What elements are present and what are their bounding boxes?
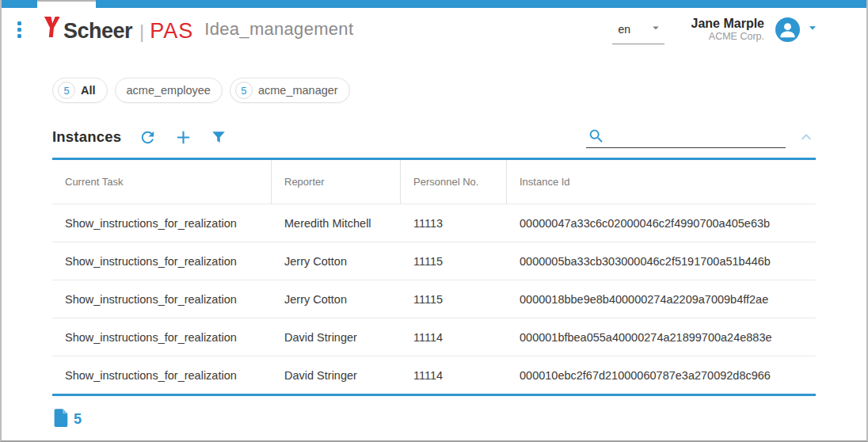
filter-chip-acme-employee[interactable]: acme_employee <box>115 78 223 103</box>
instances-table: Current TaskReporterPersonnel No.Instanc… <box>52 158 816 396</box>
table-cell: 11113 <box>401 204 507 242</box>
table-cell: Jerry Cotton <box>272 280 401 318</box>
table-cell: Show_instructions_for_realization <box>52 204 272 242</box>
brand-name: Scheer <box>63 19 132 44</box>
top-strip-blue-left <box>2 0 37 8</box>
table-cell: Show_instructions_for_realization <box>52 356 272 394</box>
user-menu[interactable]: Jane Marple ACME Corp. <box>691 17 820 43</box>
window-top-strip <box>2 0 866 8</box>
chip-count-badge: 5 <box>58 82 75 99</box>
top-strip-notch <box>37 0 96 8</box>
table-cell: David Stringer <box>272 356 401 394</box>
instances-title: Instances <box>52 128 121 146</box>
table-row[interactable]: Show_instructions_for_realizationDavid S… <box>52 356 816 394</box>
filter-icon[interactable] <box>210 128 227 146</box>
table-cell: 000001bfbea055a40000274a21899700a24e883e <box>507 318 816 356</box>
app-header: Scheer | PAS Idea_management en Jane Mar… <box>2 8 866 51</box>
language-select[interactable]: en <box>612 18 664 44</box>
add-instance-icon[interactable] <box>174 128 192 147</box>
table-cell: 11114 <box>401 318 507 356</box>
chip-label: acme_manager <box>258 84 338 97</box>
table-cell: Show_instructions_for_realization <box>52 242 272 280</box>
kebab-menu-icon[interactable] <box>14 18 25 41</box>
app-window: Scheer | PAS Idea_management en Jane Mar… <box>0 0 868 442</box>
user-name: Jane Marple <box>691 17 764 31</box>
collapse-chevron-up-icon[interactable] <box>797 128 816 147</box>
table-cell: 00000047a33c6c02000046c2f4990700a405e63b <box>507 204 816 242</box>
table-row[interactable]: Show_instructions_for_realizationDavid S… <box>52 318 816 356</box>
chip-label: acme_employee <box>127 84 211 97</box>
user-info: Jane Marple ACME Corp. <box>691 17 764 43</box>
table-cell: Jerry Cotton <box>272 242 401 280</box>
table-row[interactable]: Show_instructions_for_realizationJerry C… <box>52 280 816 318</box>
filter-chip-acme-manager[interactable]: 5acme_manager <box>230 78 350 103</box>
top-strip-blue-right <box>96 0 866 8</box>
table-cell: 11114 <box>401 356 507 394</box>
table-row[interactable]: Show_instructions_for_realizationJerry C… <box>52 242 816 280</box>
role-filter-chips: 5Allacme_employee5acme_manager <box>52 78 816 103</box>
table-body: Show_instructions_for_realizationMeredit… <box>52 204 816 394</box>
user-organization: ACME Corp. <box>691 31 764 43</box>
scheer-pas-logo: Scheer | PAS <box>42 16 193 44</box>
column-header-instance-id[interactable]: Instance Id <box>507 160 816 204</box>
table-cell: Show_instructions_for_realization <box>52 280 272 318</box>
avatar[interactable] <box>775 17 800 42</box>
chip-count-badge: 5 <box>235 82 253 99</box>
table-cell: Meredith Mitchell <box>272 204 401 242</box>
search-input[interactable] <box>586 131 786 147</box>
column-header-reporter[interactable]: Reporter <box>272 160 401 204</box>
chevron-down-icon <box>649 21 663 38</box>
language-value: en <box>619 23 631 36</box>
brand-separator: | <box>139 21 144 43</box>
table-cell: 000010ebc2f67d21000060787e3a270092d8c966 <box>507 356 816 394</box>
scheer-y-icon <box>42 16 63 41</box>
table-cell: Show_instructions_for_realization <box>52 318 272 356</box>
filter-chip-all[interactable]: 5All <box>52 78 108 103</box>
table-row[interactable]: Show_instructions_for_realizationMeredit… <box>52 204 816 242</box>
column-header-current-task[interactable]: Current Task <box>52 160 272 204</box>
search-icon <box>588 128 605 145</box>
instances-toolbar: Instances <box>52 124 816 151</box>
column-header-personnel-no-[interactable]: Personnel No. <box>401 160 507 204</box>
chip-label: All <box>81 84 96 97</box>
table-cell: David Stringer <box>272 318 401 356</box>
document-icon <box>52 408 69 431</box>
table-header-row: Current TaskReporterPersonnel No.Instanc… <box>52 160 816 204</box>
brand-suffix: PAS <box>150 19 193 44</box>
table-cell: 0000018bbe9e8b400000274a2209a7009b4ff2ae <box>507 280 816 318</box>
user-chevron-down-icon[interactable] <box>805 20 820 39</box>
refresh-icon[interactable] <box>139 128 157 147</box>
table-footer: 5 <box>52 408 816 431</box>
table-cell: 11115 <box>401 280 507 318</box>
search-field[interactable] <box>586 126 786 148</box>
total-count: 5 <box>74 411 82 428</box>
table-cell: 0000005ba33cb303000046c2f5191700a51b446b <box>507 242 816 280</box>
page-title: Idea_management <box>204 19 353 40</box>
table-cell: 11115 <box>401 242 507 280</box>
